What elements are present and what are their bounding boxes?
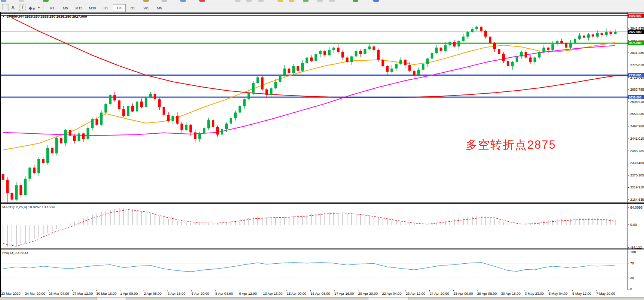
candle-body — [346, 58, 349, 62]
candle-body — [2, 174, 4, 180]
macd-hist-bar — [472, 216, 473, 225]
macd-hist-bar — [280, 217, 280, 225]
timeframe-m30[interactable]: M30 — [86, 4, 99, 12]
macd-hist-bar — [70, 223, 70, 225]
candle-body — [507, 61, 509, 66]
candle-body — [266, 90, 268, 95]
price-tag-label: 2630.000 — [629, 96, 642, 99]
candle-body — [42, 159, 45, 163]
candle-body — [480, 27, 482, 31]
macd-hist-bar — [141, 212, 142, 225]
search-icon[interactable] — [19, 0, 24, 2]
bar-chart-icon[interactable] — [235, 0, 240, 2]
candle-body — [337, 48, 340, 52]
add-indicator-icon[interactable] — [353, 0, 358, 2]
chart-tab[interactable] — [96, 297, 126, 300]
candle-body — [64, 130, 67, 143]
timeframe-mn[interactable]: MN — [153, 4, 166, 12]
timeframe-h4[interactable]: H4 — [113, 4, 126, 12]
macd-hist-bar — [530, 223, 531, 225]
chart-dropdown-arrow[interactable]: ▼ — [2, 15, 5, 18]
chart-tabs-strip[interactable] — [0, 297, 644, 300]
new-order-icon[interactable] — [143, 0, 149, 2]
macd-hist-bar — [61, 225, 61, 227]
timeframe-m5[interactable]: M5 — [59, 4, 72, 12]
macd-indicator-label: MACD(12,26,9) 18.8267 13.1609 — [2, 205, 55, 209]
candle-body — [413, 71, 415, 75]
macd-hist-bar — [516, 225, 517, 226]
timeframe-d1[interactable]: D1 — [126, 4, 139, 12]
candle-chart-icon[interactable] — [246, 0, 252, 2]
price-tick-label: 2553.235 — [630, 112, 644, 116]
macd-hist-bar — [128, 209, 129, 225]
zoom-in-icon[interactable] — [277, 0, 283, 2]
candle-body — [516, 57, 518, 62]
time-tick-label: 17 Apr 16:00 — [334, 292, 354, 296]
stop-icon[interactable] — [199, 0, 205, 2]
macd-hist-bar — [494, 219, 495, 225]
print-icon[interactable] — [162, 0, 167, 2]
price-tick-label: 2441.010 — [630, 137, 644, 140]
tile-windows-icon[interactable] — [303, 0, 309, 2]
candle-body — [381, 60, 384, 66]
macd-hist-bar — [499, 220, 499, 225]
candle-body — [578, 36, 581, 39]
candle-body — [350, 57, 353, 62]
timeframe-h1[interactable]: H1 — [99, 4, 112, 12]
arrow-tools-icon[interactable] — [29, 6, 35, 12]
macd-hist-bar — [34, 225, 35, 239]
candle-body — [551, 44, 554, 50]
candle-body — [538, 52, 541, 58]
macd-hist-bar — [16, 225, 17, 246]
candle-body — [592, 34, 594, 37]
candle-body — [422, 64, 424, 70]
add-chart-icon[interactable] — [43, 0, 49, 2]
grid-f-label: F — [9, 9, 10, 11]
label-a-icon[interactable]: A — [11, 5, 15, 12]
arrow-tools-dropdown[interactable]: ▾ — [38, 6, 40, 13]
text-box-icon[interactable]: T — [19, 4, 26, 10]
candle-body — [301, 63, 304, 71]
macd-hist-bar — [7, 225, 8, 246]
chart-shift-icon[interactable] — [329, 0, 335, 2]
line-chart-icon[interactable] — [258, 0, 264, 2]
macd-hist-bar — [52, 225, 52, 231]
cursor-grid-icon[interactable]: F — [2, 4, 9, 10]
candle-body — [525, 52, 527, 58]
candle-body — [60, 138, 62, 143]
chart-window-icon[interactable] — [1, 0, 6, 2]
macd-hist-bar — [463, 218, 464, 225]
macd-hist-bar — [324, 213, 325, 225]
timeframe-m1[interactable]: M1 — [46, 4, 58, 12]
timeframe-w1[interactable]: W1 — [140, 4, 153, 12]
help-icon[interactable] — [373, 0, 379, 2]
candle-body — [306, 58, 308, 63]
candle-body — [319, 51, 322, 54]
macd-hist-bar — [154, 215, 155, 225]
time-tick-label: 23 Mar 2020 — [1, 292, 21, 296]
price-tick-label: 2831.285 — [630, 51, 644, 55]
candle-body — [198, 133, 201, 139]
candle-body — [172, 116, 174, 121]
candle-body — [194, 132, 196, 139]
chart-tab[interactable] — [368, 297, 408, 300]
time-tick-label: 5 May 04:00 — [549, 292, 568, 296]
candle-body — [587, 34, 590, 38]
macd-hist-bar — [566, 219, 567, 225]
candle-body — [417, 70, 420, 75]
candle-body — [435, 48, 438, 53]
candle-body — [341, 52, 344, 58]
auto-scroll-icon[interactable] — [317, 0, 323, 2]
macd-hist-bar — [47, 225, 48, 233]
time-tick-label: 16 Apr 08:00 — [310, 292, 330, 296]
refresh-icon[interactable] — [180, 0, 186, 2]
candle-body — [230, 118, 232, 124]
timeframe-m15[interactable]: M15 — [73, 4, 85, 12]
candle-body — [261, 77, 264, 89]
candle-body — [274, 82, 277, 88]
macd-hist-bar — [445, 221, 446, 225]
candle-body — [163, 107, 165, 115]
zoom-out-icon[interactable] — [289, 0, 294, 2]
candle-body — [149, 94, 152, 97]
macd-hist-bar — [79, 220, 79, 225]
